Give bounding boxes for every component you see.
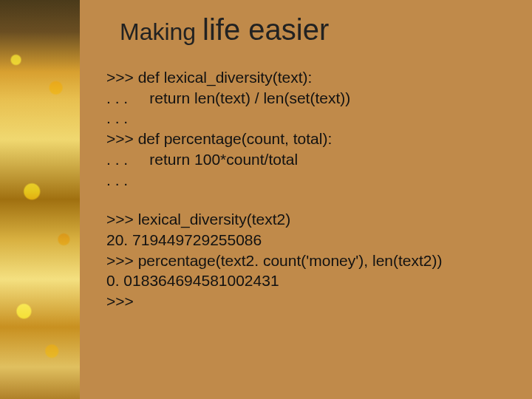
code-line: . . . return 100*count/total: [106, 151, 298, 168]
slide-content: Making life easier >>> def lexical_diver…: [80, 0, 532, 399]
code-line: . . .: [106, 171, 128, 188]
code-line: >>> percentage(text2. count('money'), le…: [106, 252, 443, 269]
slide-title: Making life easier: [120, 13, 502, 47]
code-line: 20. 719449729255086: [106, 231, 262, 248]
code-line: 0. 018364694581002431: [106, 272, 279, 289]
code-line: >>> lexical_diversity(text2): [106, 211, 290, 228]
code-line: >>>: [106, 293, 134, 310]
code-line: . . . return len(text) / len(set(text)): [106, 89, 350, 106]
code-line: . . .: [106, 109, 128, 126]
title-part-2: life easier: [202, 13, 329, 46]
code-line: >>> def lexical_diversity(text):: [106, 69, 312, 86]
title-part-1: Making: [120, 18, 202, 45]
decorative-leaf-sidebar: [0, 0, 80, 399]
code-line: >>> def percentage(count, total):: [106, 130, 332, 147]
code-block-calls: >>> lexical_diversity(text2) 20. 7194497…: [106, 209, 502, 312]
code-block-definitions: >>> def lexical_diversity(text): . . . r…: [106, 67, 502, 190]
